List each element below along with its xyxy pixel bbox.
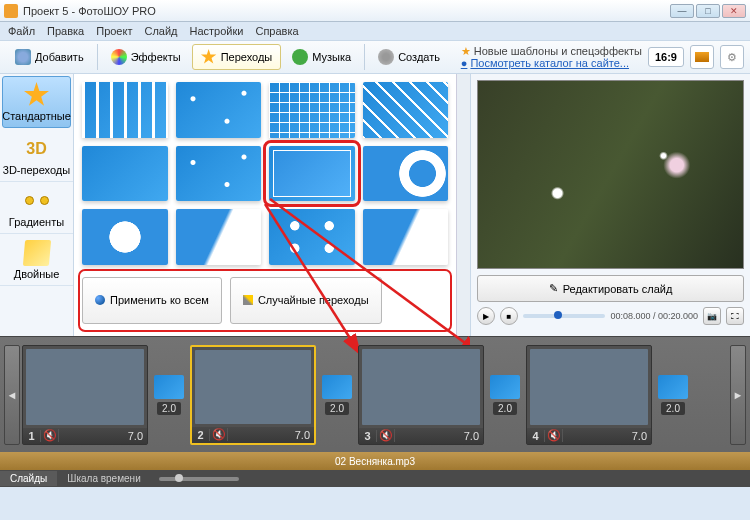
sound-icon[interactable]: 🔇: [545, 429, 563, 442]
transition-item[interactable]: [363, 209, 449, 265]
transition-slot[interactable]: 2.0: [486, 345, 524, 445]
transition-item[interactable]: [82, 209, 168, 265]
timeline-prev[interactable]: ◄: [4, 345, 20, 445]
transition-thumb: [658, 375, 688, 399]
apply-all-button[interactable]: Применить ко всем: [82, 277, 222, 325]
menu-file[interactable]: Файл: [8, 25, 35, 37]
gear-icon: ⚙: [727, 51, 737, 64]
timeline-slide[interactable]: 1🔇7.0: [22, 345, 148, 445]
snapshot-button[interactable]: 📷: [703, 307, 721, 325]
menu-help[interactable]: Справка: [255, 25, 298, 37]
menu-edit[interactable]: Правка: [47, 25, 84, 37]
transition-item[interactable]: [176, 146, 262, 202]
add-button[interactable]: Добавить: [6, 44, 93, 70]
sound-icon[interactable]: 🔇: [377, 429, 395, 442]
aspect-ratio-button[interactable]: 16:9: [648, 47, 684, 67]
transition-item[interactable]: [363, 146, 449, 202]
transition-item[interactable]: [176, 209, 262, 265]
wand-icon: [243, 295, 253, 305]
transition-item[interactable]: [269, 209, 355, 265]
titlebar: Проект 5 - ФотоШОУ PRO — □ ✕: [0, 0, 750, 22]
star-icon: [24, 82, 50, 108]
transition-slot[interactable]: 2.0: [150, 345, 188, 445]
sound-icon[interactable]: 🔇: [210, 428, 228, 441]
disc-icon: [378, 49, 394, 65]
menu-project[interactable]: Проект: [96, 25, 132, 37]
star-icon: [201, 49, 217, 65]
double-icon: [22, 240, 50, 266]
transitions-tab[interactable]: Переходы: [192, 44, 282, 70]
seek-slider[interactable]: [523, 314, 605, 318]
edit-slide-button[interactable]: ✎Редактировать слайд: [477, 275, 744, 302]
window-title: Проект 5 - ФотоШОУ PRO: [23, 5, 670, 17]
menu-settings[interactable]: Настройки: [190, 25, 244, 37]
pencil-icon: ✎: [549, 282, 558, 295]
palette-icon: [111, 49, 127, 65]
menu-slide[interactable]: Слайд: [144, 25, 177, 37]
stop-button[interactable]: ■: [500, 307, 518, 325]
transition-slot[interactable]: 2.0: [318, 345, 356, 445]
category-standard[interactable]: Стандартные: [2, 76, 71, 128]
minimize-button[interactable]: —: [670, 4, 694, 18]
transition-item[interactable]: [363, 82, 449, 138]
slide-thumbnail: [362, 349, 480, 425]
music-tab[interactable]: Музыка: [283, 44, 360, 70]
effects-tab[interactable]: Эффекты: [102, 44, 190, 70]
time-display: 00:08.000 / 00:20.000: [610, 311, 698, 321]
transition-thumb: [154, 375, 184, 399]
gradient-icon: [24, 188, 50, 214]
timeline-strip: ◄ 1🔇7.0 2.0 2🔇7.0 2.0 3🔇7.0 2.0 4🔇7.0 2.…: [0, 337, 750, 452]
timeline-slide[interactable]: 3🔇7.0: [358, 345, 484, 445]
promo-box: ★Новые шаблоны и спецэффекты ●Посмотреть…: [461, 45, 642, 69]
zoom-slider[interactable]: [151, 477, 750, 481]
maximize-button[interactable]: □: [696, 4, 720, 18]
globe-icon: ●: [461, 57, 468, 69]
close-button[interactable]: ✕: [722, 4, 746, 18]
category-3d[interactable]: 3D3D-переходы: [0, 130, 73, 182]
promo-link[interactable]: ●Посмотреть каталог на сайте...: [461, 57, 642, 69]
play-button[interactable]: ▶: [477, 307, 495, 325]
playback-controls: ▶ ■ 00:08.000 / 00:20.000 📷 ⛶: [477, 302, 744, 330]
tab-timeline[interactable]: Шкала времени: [57, 471, 150, 486]
timeline-next[interactable]: ►: [730, 345, 746, 445]
timeline-slide[interactable]: 4🔇7.0: [526, 345, 652, 445]
gallery-scrollbar[interactable]: [456, 74, 470, 336]
transition-item[interactable]: [269, 82, 355, 138]
settings-button[interactable]: ⚙: [720, 45, 744, 69]
toolbar: Добавить Эффекты Переходы Музыка Создать…: [0, 40, 750, 74]
random-button[interactable]: Случайные переходы: [230, 277, 382, 325]
timeline-tabs: Слайды Шкала времени: [0, 470, 750, 487]
3d-icon: 3D: [24, 136, 50, 162]
preview-canvas[interactable]: [477, 80, 744, 269]
transition-item-selected[interactable]: [269, 146, 355, 202]
transition-item[interactable]: [82, 82, 168, 138]
slide-thumbnail: [195, 350, 311, 424]
category-sidebar: Стандартные 3D3D-переходы Градиенты Двой…: [0, 74, 74, 336]
music-icon: [292, 49, 308, 65]
camera-icon: [15, 49, 31, 65]
display-button[interactable]: [690, 45, 714, 69]
timeline-slide-active[interactable]: 2🔇7.0: [190, 345, 316, 445]
audio-track[interactable]: 02 Веснянка.mp3: [0, 452, 750, 470]
transitions-gallery: Применить ко всем Случайные переходы: [74, 74, 456, 336]
transition-slot[interactable]: 2.0: [654, 345, 692, 445]
transition-item[interactable]: [176, 82, 262, 138]
sphere-icon: [95, 295, 105, 305]
menubar: Файл Правка Проект Слайд Настройки Справ…: [0, 22, 750, 40]
create-button[interactable]: Создать: [369, 44, 449, 70]
action-bar: Применить ко всем Случайные переходы: [82, 273, 448, 329]
preview-panel: ✎Редактировать слайд ▶ ■ 00:08.000 / 00:…: [470, 74, 750, 336]
slide-thumbnail: [530, 349, 648, 425]
category-double[interactable]: Двойные: [0, 234, 73, 286]
tab-slides[interactable]: Слайды: [0, 471, 57, 486]
fullscreen-button[interactable]: ⛶: [726, 307, 744, 325]
sound-icon[interactable]: 🔇: [41, 429, 59, 442]
transition-thumb: [322, 375, 352, 399]
app-icon: [4, 4, 18, 18]
category-gradients[interactable]: Градиенты: [0, 182, 73, 234]
transition-thumb: [490, 375, 520, 399]
monitor-icon: [695, 52, 709, 62]
transition-item[interactable]: [82, 146, 168, 202]
star-icon: ★: [461, 45, 471, 57]
timeline: ◄ 1🔇7.0 2.0 2🔇7.0 2.0 3🔇7.0 2.0 4🔇7.0 2.…: [0, 336, 750, 486]
